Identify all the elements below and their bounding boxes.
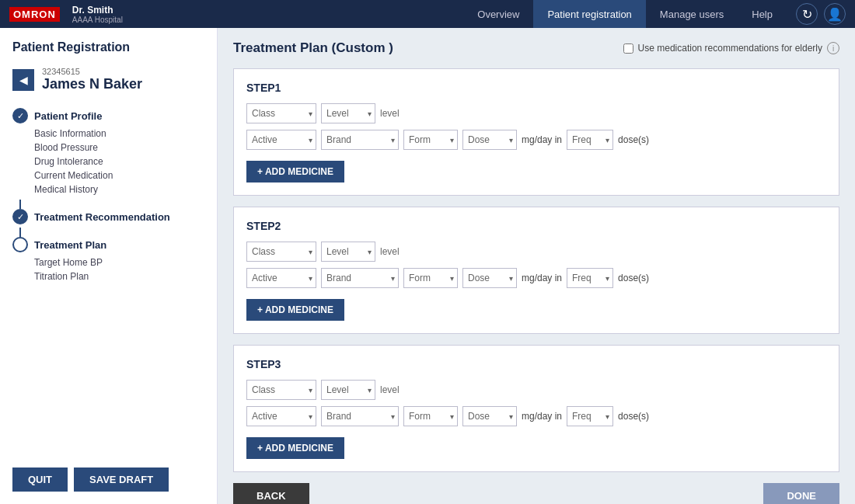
- nav-help[interactable]: Help: [738, 0, 787, 28]
- patient-profile-label: Patient Profile: [34, 110, 102, 122]
- elderly-checkbox-row: Use medication recommendations for elder…: [623, 42, 839, 54]
- user-avatar-icon[interactable]: 👤: [824, 3, 846, 25]
- step1-row1: Class Level level: [246, 103, 826, 123]
- content-footer: BACK DONE: [233, 483, 839, 504]
- header: OMRON Dr. Smith AAAA Hospital Overview P…: [0, 0, 855, 28]
- step2-brand-select[interactable]: Brand: [321, 268, 399, 288]
- patient-name: James N Baker: [42, 76, 142, 92]
- step1-level-text: level: [380, 108, 400, 119]
- step3-class-select[interactable]: Class: [246, 380, 316, 400]
- step3-heading: STEP3: [246, 358, 826, 370]
- quit-button[interactable]: QUIT: [12, 468, 68, 492]
- step3-doses-label: dose(s): [618, 411, 649, 422]
- sidebar-bottom-actions: QUIT SAVE DRAFT: [12, 458, 204, 492]
- step-connector-1: [19, 200, 21, 209]
- step2-level-text: level: [380, 246, 400, 257]
- done-button[interactable]: DONE: [763, 483, 839, 504]
- step2-doses-label: dose(s): [618, 273, 649, 283]
- patient-profile-subitems: Basic Information Blood Pressure Drug In…: [34, 127, 204, 196]
- back-arrow-button[interactable]: ◀: [12, 69, 34, 91]
- step1-brand-wrapper: Brand: [321, 130, 399, 150]
- step1-active-select[interactable]: Active: [246, 130, 316, 150]
- step2-active-wrapper: Active: [246, 268, 316, 288]
- step1-active-wrapper: Active: [246, 130, 316, 150]
- sidebar-title: Patient Registration: [12, 40, 204, 54]
- step1-brand-select[interactable]: Brand: [321, 130, 399, 150]
- page-title: Treatment Plan (Custom ): [233, 40, 393, 56]
- sidebar-subitem-blood-pressure[interactable]: Blood Pressure: [34, 141, 204, 155]
- step3-freq-wrapper: Freq: [567, 406, 613, 426]
- step-connector-2: [19, 228, 21, 237]
- doctor-name: Dr. Smith: [72, 5, 123, 16]
- step2-mg-label: mg/day in: [522, 273, 562, 283]
- step1-mg-label: mg/day in: [522, 134, 562, 145]
- step1-freq-wrapper: Freq: [567, 130, 613, 150]
- sidebar-subitem-basic-information[interactable]: Basic Information: [34, 127, 204, 141]
- info-icon[interactable]: i: [827, 42, 839, 54]
- step3-class-wrapper: Class: [246, 380, 316, 400]
- step-circle-patient-profile: ✓: [12, 108, 28, 123]
- elderly-checkbox[interactable]: [623, 43, 633, 54]
- step1-row2: Active Brand Form Dose: [246, 130, 826, 150]
- nav-manage-users[interactable]: Manage users: [646, 0, 738, 28]
- step3-brand-wrapper: Brand: [321, 406, 399, 426]
- step1-form-wrapper: Form: [403, 130, 458, 150]
- step1-freq-select[interactable]: Freq: [567, 130, 613, 150]
- step2-dose-select[interactable]: Dose: [462, 268, 517, 288]
- step1-form-select[interactable]: Form: [403, 130, 458, 150]
- step1-add-medicine-button[interactable]: + ADD MEDICINE: [246, 161, 344, 182]
- step3-add-medicine-button[interactable]: + ADD MEDICINE: [246, 437, 344, 459]
- step3-dose-select[interactable]: Dose: [462, 406, 517, 426]
- step3-mg-label: mg/day in: [522, 411, 562, 422]
- sidebar-nav: ✓ Patient Profile Basic Information Bloo…: [12, 108, 204, 458]
- step2-level-select[interactable]: Level: [321, 242, 375, 262]
- step-circle-treatment-recommendation: ✓: [12, 209, 28, 224]
- step2-freq-wrapper: Freq: [567, 268, 613, 288]
- main-content: Treatment Plan (Custom ) Use medication …: [218, 28, 855, 504]
- step2-row1: Class Level level: [246, 242, 826, 262]
- patient-details: 32345615 James N Baker: [42, 67, 142, 92]
- step2-heading: STEP2: [246, 220, 826, 232]
- step1-section: STEP1 Class Level level Active: [233, 68, 839, 196]
- step2-class-wrapper: Class: [246, 242, 316, 262]
- back-button[interactable]: BACK: [233, 483, 309, 504]
- sidebar-subitem-titration-plan[interactable]: Titration Plan: [34, 269, 204, 283]
- step2-add-medicine-button[interactable]: + ADD MEDICINE: [246, 299, 344, 321]
- save-draft-button[interactable]: SAVE DRAFT: [74, 468, 169, 492]
- step2-active-select[interactable]: Active: [246, 268, 316, 288]
- step3-level-wrapper: Level: [321, 380, 375, 400]
- step1-class-select[interactable]: Class: [246, 103, 316, 123]
- step3-freq-select[interactable]: Freq: [567, 406, 613, 426]
- user-info: Dr. Smith AAAA Hospital: [72, 5, 123, 24]
- sidebar-item-treatment-recommendation[interactable]: ✓ Treatment Recommendation: [12, 209, 204, 224]
- step3-active-select[interactable]: Active: [246, 406, 316, 426]
- patient-id: 32345615: [42, 67, 142, 76]
- sidebar-item-patient-profile[interactable]: ✓ Patient Profile: [12, 108, 204, 123]
- main-layout: Patient Registration ◀ 32345615 James N …: [0, 28, 855, 504]
- sidebar-item-treatment-plan[interactable]: Treatment Plan: [12, 237, 204, 252]
- nav-patient-registration[interactable]: Patient registration: [533, 0, 645, 28]
- step2-level-wrapper: Level: [321, 242, 375, 262]
- refresh-icon[interactable]: ↻: [796, 3, 818, 25]
- sidebar-subitem-drug-intolerance[interactable]: Drug Intolerance: [34, 155, 204, 169]
- step1-level-select[interactable]: Level: [321, 103, 375, 123]
- step3-level-select[interactable]: Level: [321, 380, 375, 400]
- step3-brand-select[interactable]: Brand: [321, 406, 399, 426]
- step3-dose-wrapper: Dose: [462, 406, 517, 426]
- step2-form-select[interactable]: Form: [403, 268, 458, 288]
- step-circle-treatment-plan: [12, 237, 28, 252]
- step3-level-text: level: [380, 384, 400, 395]
- step1-dose-select[interactable]: Dose: [462, 130, 517, 150]
- step2-freq-select[interactable]: Freq: [567, 268, 613, 288]
- step3-form-select[interactable]: Form: [403, 406, 458, 426]
- step1-heading: STEP1: [246, 82, 826, 94]
- sidebar-subitem-current-medication[interactable]: Current Medication: [34, 169, 204, 182]
- nav-overview[interactable]: Overview: [463, 0, 533, 28]
- treatment-plan-label: Treatment Plan: [34, 239, 106, 251]
- sidebar-subitem-medical-history[interactable]: Medical History: [34, 182, 204, 196]
- checkmark-icon-2: ✓: [17, 212, 24, 222]
- step2-class-select[interactable]: Class: [246, 242, 316, 262]
- step3-row1: Class Level level: [246, 380, 826, 400]
- treatment-plan-subitems: Target Home BP Titration Plan: [34, 255, 204, 283]
- sidebar-subitem-target-home-bp[interactable]: Target Home BP: [34, 255, 204, 269]
